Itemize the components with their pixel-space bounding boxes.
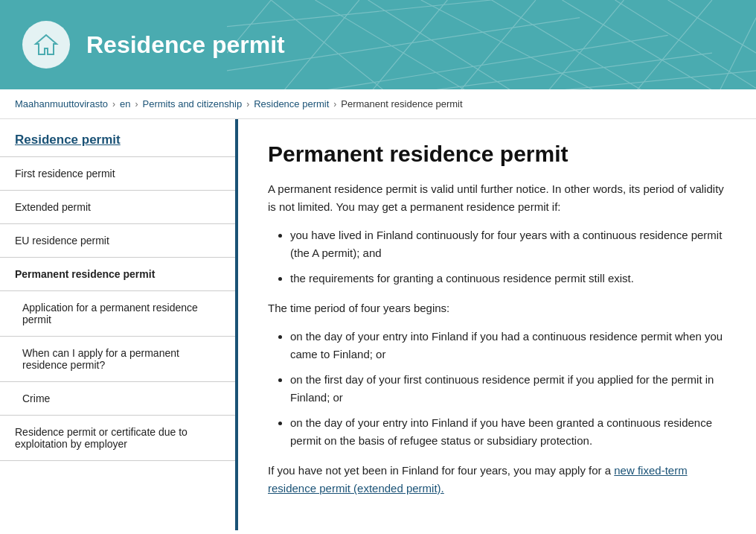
main-content: Permanent residence permit A permanent r… — [238, 119, 756, 530]
svg-line-15 — [359, 0, 448, 89]
condition-item: the requirements for granting a continuo… — [290, 270, 726, 287]
page-header: Residence permit — [0, 0, 756, 89]
main-layout: Residence permit First residence permit … — [0, 119, 756, 530]
sidebar-item-first-residence[interactable]: First residence permit — [0, 157, 235, 191]
sidebar-item-eu[interactable]: EU residence permit — [0, 224, 235, 258]
period-list: on the day of your entry into Finland if… — [290, 328, 726, 450]
svg-line-19 — [712, 18, 756, 89]
breadcrumb-residence[interactable]: Residence permit — [254, 98, 329, 109]
svg-line-12 — [403, 71, 756, 89]
svg-line-3 — [421, 0, 624, 89]
condition-item: you have lived in Finland continuously f… — [290, 226, 726, 262]
sidebar: Residence permit First residence permit … — [0, 119, 238, 530]
svg-line-8 — [227, 0, 492, 27]
svg-line-1 — [315, 0, 491, 89]
svg-line-2 — [368, 0, 535, 89]
sidebar-item-exploitation[interactable]: Residence permit or certificate due to e… — [0, 416, 235, 461]
sidebar-item-application[interactable]: Application for a permanent residence pe… — [0, 291, 235, 337]
svg-line-5 — [562, 0, 738, 89]
header-title: Residence permit — [86, 31, 285, 59]
conditions-list: you have lived in Finland continuously f… — [290, 226, 726, 287]
svg-line-10 — [227, 35, 668, 89]
footer-text-start: If you have not yet been in Finland for … — [268, 464, 614, 477]
breadcrumb-lang[interactable]: en — [120, 98, 130, 109]
svg-line-16 — [447, 0, 536, 89]
header-icon — [22, 21, 70, 69]
period-item: on the day of your entry into Finland if… — [290, 414, 726, 450]
sidebar-item-when[interactable]: When can I apply for a permanent residen… — [0, 337, 235, 382]
sidebar-item-permanent[interactable]: Permanent residence permit — [0, 258, 235, 291]
sidebar-item-extended[interactable]: Extended permit — [0, 191, 235, 224]
period-item: on the first day of your first continuou… — [290, 371, 726, 407]
breadcrumb-current: Permanent residence permit — [341, 98, 462, 109]
page-title: Permanent residence permit — [268, 142, 726, 167]
period-intro: The time period of four years begins: — [268, 299, 726, 317]
breadcrumb-permits[interactable]: Permits and citizenship — [142, 98, 242, 109]
breadcrumb: Maahanmuuttovirasto › en › Permits and c… — [0, 89, 756, 119]
footer-paragraph: If you have not yet been in Finland for … — [268, 462, 726, 498]
svg-line-4 — [491, 0, 667, 89]
period-item: on the day of your entry into Finland if… — [290, 328, 726, 363]
sidebar-title[interactable]: Residence permit — [0, 119, 235, 157]
intro-paragraph: A permanent residence permit is valid un… — [268, 180, 726, 216]
sidebar-item-crime[interactable]: Crime — [0, 382, 235, 416]
breadcrumb-home[interactable]: Maahanmuuttovirasto — [15, 98, 108, 109]
